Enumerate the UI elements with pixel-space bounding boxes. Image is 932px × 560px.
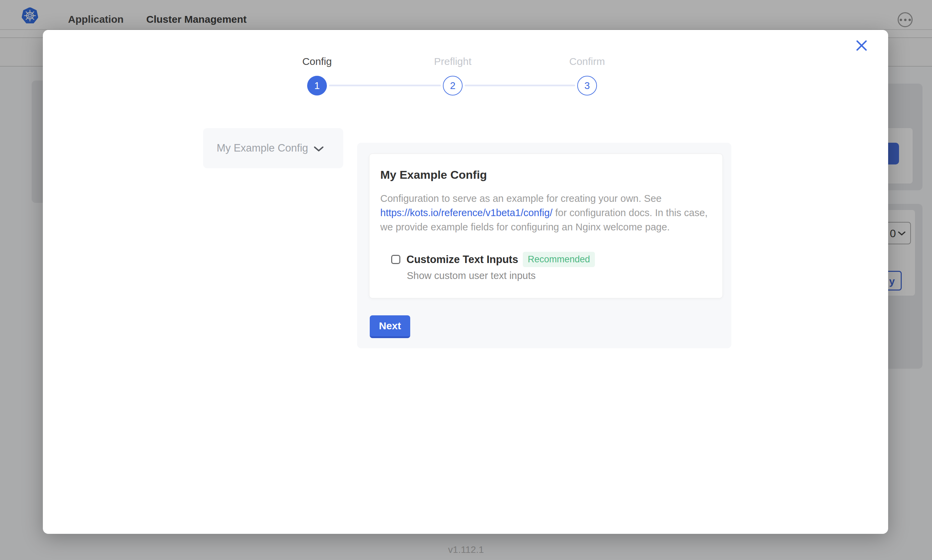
chevron-down-icon <box>313 146 324 152</box>
step-circle-1[interactable]: 1 <box>307 76 327 95</box>
step-circle-2[interactable]: 2 <box>443 76 463 95</box>
config-panel: My Example Config Configuration to serve… <box>357 143 731 348</box>
config-group-select[interactable]: My Example Config <box>203 128 343 168</box>
config-wizard-modal: Config Preflight Confirm 1 2 3 My Exampl… <box>43 30 888 534</box>
step-circle-3[interactable]: 3 <box>577 76 597 95</box>
step-connector <box>464 85 575 86</box>
step-connector <box>329 85 441 86</box>
step-label-confirm: Confirm <box>569 56 605 67</box>
config-group-select-value: My Example Config <box>217 142 308 154</box>
config-docs-link[interactable]: https://kots.io/reference/v1beta1/config… <box>380 207 552 218</box>
description-line: https://kots.io/reference/v1beta1/config… <box>380 206 708 220</box>
description-line: we provide example fields for configurin… <box>380 220 708 234</box>
screen: Application Cluster Management 0 y v1.11… <box>0 0 932 560</box>
step-label-config: Config <box>302 56 332 67</box>
description-line: Configuration to serve as an example for… <box>380 191 708 206</box>
next-button[interactable]: Next <box>370 315 410 338</box>
customize-text-inputs-help: Show custom user text inputs <box>407 270 536 282</box>
config-section-card: My Example Config Configuration to serve… <box>369 154 723 298</box>
customize-text-inputs-checkbox[interactable] <box>391 255 400 264</box>
customize-text-inputs-label: Customize Text Inputs <box>406 254 518 266</box>
customize-text-inputs-row: Customize Text Inputs Recommended <box>391 252 595 267</box>
description-after-link: for configuration docs. In this case, <box>552 207 708 218</box>
recommended-badge: Recommended <box>523 252 594 267</box>
close-icon[interactable] <box>855 39 868 52</box>
step-label-preflight: Preflight <box>434 56 471 67</box>
config-section-description: Configuration to serve as an example for… <box>380 191 708 234</box>
config-section-title: My Example Config <box>380 168 487 182</box>
